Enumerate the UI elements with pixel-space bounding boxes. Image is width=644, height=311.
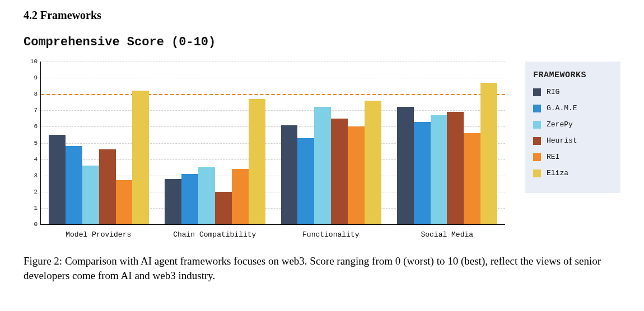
bar	[66, 146, 82, 224]
bar	[331, 119, 348, 224]
bar	[99, 149, 116, 224]
legend-item: RIG	[533, 88, 613, 96]
bar	[447, 112, 464, 224]
y-tick-label: 10	[30, 58, 41, 65]
bar	[232, 169, 249, 224]
legend-item: Eliza	[533, 169, 613, 177]
y-tick-label: 4	[34, 156, 41, 163]
y-tick-label: 5	[34, 140, 41, 147]
chart-plot-area: 012345678910 Model ProvidersChain Compat…	[24, 59, 511, 244]
x-tick-label: Social Media	[389, 227, 506, 244]
y-tick-label: 9	[34, 74, 41, 81]
bar	[49, 135, 66, 224]
y-tick-label: 7	[34, 107, 41, 114]
figure-caption: Figure 2: Comparison with AI agent frame…	[24, 254, 620, 282]
bar	[297, 138, 314, 224]
bar	[198, 167, 215, 224]
bar-group	[273, 62, 389, 224]
bar	[215, 192, 232, 224]
bar-group	[389, 62, 505, 224]
bar-group	[41, 62, 157, 224]
legend-label: ZerePy	[547, 120, 573, 129]
legend-item: ZerePy	[533, 120, 613, 129]
bar	[464, 133, 480, 224]
legend-label: Heurist	[547, 136, 577, 145]
legend-item: Heurist	[533, 136, 613, 145]
legend-swatch	[533, 88, 541, 96]
legend-swatch	[533, 137, 541, 145]
bar-group	[157, 62, 273, 224]
x-tick-label: Chain Compatibility	[157, 227, 273, 244]
bar	[314, 107, 331, 224]
chart-title: Comprehensive Score (0-10)	[24, 35, 620, 49]
section-heading: 4.2 Frameworks	[24, 9, 620, 22]
legend-item: G.A.M.E	[533, 104, 613, 112]
bar	[116, 180, 133, 224]
bar	[397, 107, 414, 224]
legend-label: REI	[547, 153, 559, 161]
bar	[365, 101, 381, 224]
chart-legend: FRAMEWORKS RIGG.A.M.EZerePyHeuristREIEli…	[525, 62, 620, 193]
x-tick-label: Functionality	[273, 227, 389, 244]
legend-label: G.A.M.E	[547, 104, 577, 112]
y-tick-label: 6	[34, 123, 41, 130]
y-tick-label: 2	[34, 189, 41, 195]
figure: Comprehensive Score (0-10) 012345678910 …	[24, 35, 620, 282]
legend-title: FRAMEWORKS	[533, 70, 613, 80]
bar	[249, 99, 265, 224]
bar	[132, 91, 149, 224]
bar	[82, 166, 99, 224]
y-tick-label: 1	[34, 205, 41, 211]
bar	[281, 125, 298, 225]
bar	[480, 83, 497, 224]
bar	[165, 179, 181, 224]
bar	[414, 122, 431, 224]
legend-swatch	[533, 105, 541, 112]
legend-swatch	[533, 169, 541, 177]
bar	[348, 126, 365, 224]
legend-label: RIG	[547, 88, 559, 96]
bar	[181, 174, 198, 224]
legend-swatch	[533, 153, 541, 161]
y-tick-label: 3	[34, 172, 41, 179]
legend-swatch	[533, 121, 541, 129]
legend-label: Eliza	[547, 169, 568, 177]
legend-item: REI	[533, 153, 613, 161]
x-tick-label: Model Providers	[40, 227, 157, 244]
bar	[431, 115, 447, 224]
y-tick-label: 8	[34, 91, 41, 97]
